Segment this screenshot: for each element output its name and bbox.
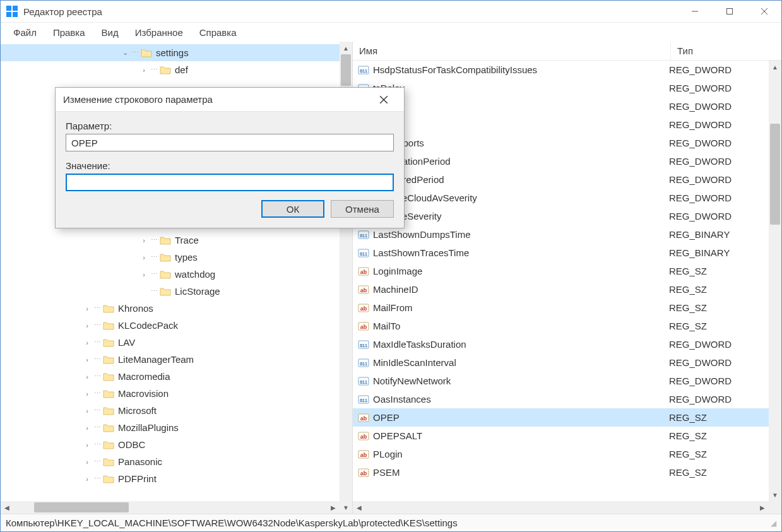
tree-guide: ⋯ [151, 236, 158, 244]
tree-item[interactable]: ›⋯LiteManagerTeam [1, 351, 352, 368]
menu-file[interactable]: Файл [6, 25, 44, 40]
tree-item[interactable]: ›⋯ODBC [1, 436, 352, 453]
tree-item[interactable]: ›⋯LAV [1, 334, 352, 351]
scroll-down-icon[interactable]: ▼ [769, 488, 781, 501]
registry-value-row[interactable]: 011centReportsREG_DWORD [353, 134, 769, 152]
list-vertical-scrollbar[interactable]: ▲ ▼ [769, 61, 781, 501]
folder-icon [160, 287, 171, 296]
value-type: REG_DWORD [666, 375, 769, 386]
tree-item[interactable]: ›⋯PDFPrint [1, 470, 352, 487]
registry-value-row[interactable]: abMachineIDREG_SZ [353, 280, 769, 299]
scroll-up-icon[interactable]: ▲ [769, 61, 781, 73]
scroll-left-icon[interactable]: ◀ [353, 501, 365, 514]
chevron-right-icon[interactable]: › [83, 475, 92, 483]
chevron-down-icon[interactable]: ⌄ [121, 49, 129, 57]
registry-value-row[interactable]: abLoginImageREG_SZ [353, 262, 769, 280]
ok-button[interactable]: ОК [261, 200, 324, 218]
registry-value-row[interactable]: abPLoginREG_SZ [353, 445, 769, 463]
registry-value-row[interactable]: 011LastShownTracesTimeREG_BINARY [353, 244, 769, 262]
menu-favorites[interactable]: Избранное [127, 25, 191, 40]
registry-value-row[interactable]: 011OasInstancesREG_DWORD [353, 390, 769, 408]
chevron-right-icon[interactable]: › [83, 322, 92, 329]
chevron-right-icon[interactable]: › [139, 271, 148, 278]
chevron-right-icon[interactable]: › [139, 254, 148, 261]
tree-item[interactable]: ›⋯types [1, 249, 352, 266]
folder-icon [160, 65, 171, 74]
chevron-right-icon[interactable]: › [83, 356, 92, 364]
registry-value-row[interactable]: 011utExpirationPeriodREG_DWORD [353, 152, 769, 170]
column-type-header[interactable]: Тип [671, 42, 781, 60]
tree-item[interactable]: ›⋯Panasonic [1, 453, 352, 470]
tree-item[interactable]: ›⋯KLCodecPack [1, 317, 352, 334]
chevron-right-icon[interactable]: › [83, 458, 92, 466]
scroll-down-icon[interactable]: ▼ [340, 501, 352, 514]
chevron-right-icon[interactable]: › [83, 424, 92, 432]
scroll-right-icon[interactable]: ▶ [327, 501, 340, 514]
scroll-thumb[interactable] [34, 502, 129, 512]
tree-item[interactable]: ›⋯Khronos [1, 300, 352, 317]
svg-text:011: 011 [360, 379, 367, 384]
registry-value-row[interactable]: 011LastShownDumpsTimeREG_BINARY [353, 225, 769, 244]
list-body[interactable]: 011HsdpStatusForTaskCompatibilityIssuesR… [353, 61, 769, 501]
registry-value-row[interactable]: abPSEMREG_SZ [353, 463, 769, 482]
chevron-right-icon[interactable]: › [83, 407, 92, 415]
chevron-right-icon[interactable]: › [83, 373, 92, 381]
list-horizontal-scrollbar[interactable]: ◀ ▶ [353, 501, 769, 514]
tree-item[interactable]: ⌄⋯settings [1, 44, 352, 61]
dialog-close-button[interactable] [371, 88, 396, 111]
tree-item[interactable]: ›⋯Macromedia [1, 368, 352, 385]
param-field[interactable] [66, 134, 394, 151]
registry-value-row[interactable]: 011iveREG_DWORD [353, 115, 769, 134]
registry-value-row[interactable]: 011tsDelayREG_DWORD [353, 79, 769, 97]
chevron-right-icon[interactable]: › [83, 441, 92, 449]
tree-item-label: MozillaPlugins [118, 422, 179, 433]
minimize-button[interactable] [677, 1, 712, 22]
titlebar: Редактор реестра [1, 1, 781, 23]
scroll-thumb[interactable] [341, 54, 351, 86]
chevron-right-icon[interactable]: › [83, 339, 92, 346]
registry-value-row[interactable]: 011MinIdleScanIntervalREG_DWORD [353, 353, 769, 372]
chevron-right-icon[interactable]: › [83, 390, 92, 398]
tree-item[interactable]: ›⋯MozillaPlugins [1, 419, 352, 436]
chevron-right-icon[interactable]: › [139, 66, 148, 74]
tree-item[interactable]: ›⋯Microsoft [1, 402, 352, 419]
tree-item-label: Macromedia [118, 371, 170, 382]
svg-rect-5 [726, 9, 732, 15]
menu-view[interactable]: Вид [94, 25, 126, 40]
registry-value-row[interactable]: 011HsdpStatusForTaskCompatibilityIssuesR… [353, 61, 769, 79]
cancel-button[interactable]: Отмена [331, 200, 394, 218]
scroll-left-icon[interactable]: ◀ [1, 501, 13, 514]
registry-value-row[interactable]: abOPEPSALTREG_SZ [353, 427, 769, 445]
close-button[interactable] [747, 1, 781, 22]
column-name-header[interactable]: Имя [353, 42, 671, 60]
menu-help[interactable]: Справка [192, 25, 244, 40]
registry-value-row[interactable]: abMailFromREG_SZ [353, 299, 769, 317]
registry-value-row[interactable]: abMailToREG_SZ [353, 317, 769, 335]
registry-value-row[interactable]: abOPEPREG_SZ [353, 408, 769, 427]
registry-value-row[interactable]: 011BeExpiredPeriodREG_DWORD [353, 170, 769, 189]
menu-edit[interactable]: Правка [45, 25, 93, 40]
scroll-thumb[interactable] [770, 124, 780, 225]
registry-value-row[interactable]: 011NotifyNewNetworkREG_DWORD [353, 372, 769, 390]
value-type: REG_SZ [666, 412, 769, 423]
tree-item[interactable]: ›⋯Trace [1, 232, 352, 249]
registry-value-row[interactable]: 011allREG_DWORD [353, 97, 769, 115]
tree-item[interactable]: ›⋯def [1, 61, 352, 78]
resize-grip-icon[interactable]: ◢ [771, 519, 776, 528]
registry-value-row[interactable]: 011cessibleCloudAvSeverityREG_DWORD [353, 189, 769, 207]
value-field[interactable] [66, 174, 394, 191]
chevron-right-icon[interactable]: › [83, 305, 92, 312]
value-name: PLogin [373, 449, 666, 459]
tree-item[interactable]: ›⋯Macrovision [1, 385, 352, 402]
scroll-right-icon[interactable]: ▶ [756, 501, 769, 514]
tree-item[interactable]: ⋯LicStorage [1, 283, 352, 300]
registry-value-row[interactable]: 011cessibleSeverityREG_DWORD [353, 207, 769, 225]
chevron-right-icon[interactable]: › [139, 237, 148, 244]
tree-horizontal-scrollbar[interactable]: ◀ ▶ [1, 501, 340, 514]
window-title: Редактор реестра [23, 6, 677, 17]
folder-icon [103, 440, 114, 449]
registry-value-row[interactable]: 011MaxIdleTasksDurationREG_DWORD [353, 335, 769, 353]
tree-item[interactable]: ›⋯watchdog [1, 266, 352, 283]
scroll-up-icon[interactable]: ▲ [340, 42, 352, 54]
maximize-button[interactable] [712, 1, 747, 22]
